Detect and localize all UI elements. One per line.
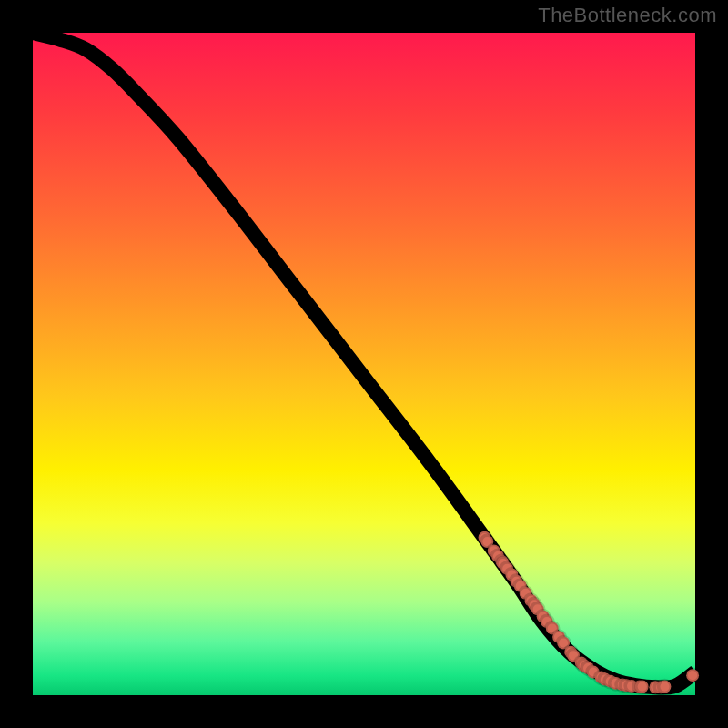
data-point xyxy=(636,681,649,693)
data-points xyxy=(479,531,699,693)
chart-svg xyxy=(33,33,695,695)
data-point xyxy=(686,669,699,682)
plot-area xyxy=(33,33,695,695)
watermark-text: TheBottleneck.com xyxy=(538,4,717,27)
chart-frame: TheBottleneck.com xyxy=(0,0,728,728)
bottleneck-curve xyxy=(33,33,695,688)
data-point xyxy=(659,681,672,693)
